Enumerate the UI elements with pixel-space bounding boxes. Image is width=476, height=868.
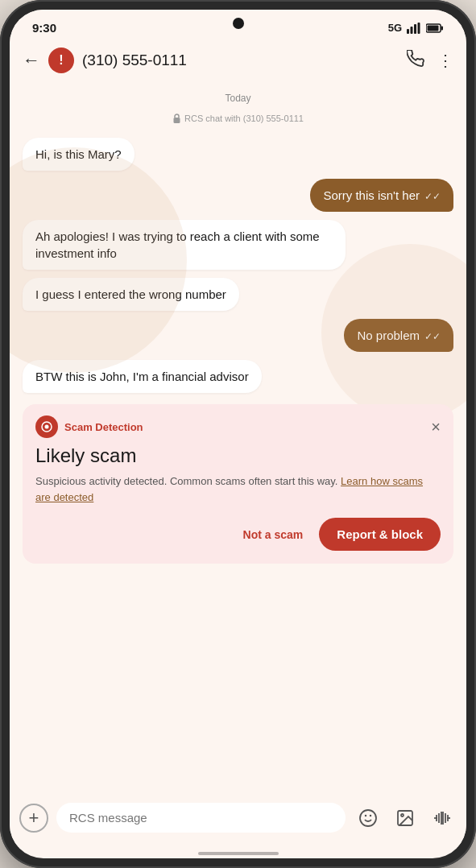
- svg-rect-7: [174, 118, 180, 123]
- emoji-button[interactable]: [354, 804, 383, 833]
- call-button[interactable]: [407, 50, 424, 72]
- home-indicator: [198, 852, 279, 855]
- svg-rect-1: [411, 27, 413, 34]
- scam-close-button[interactable]: ×: [431, 419, 441, 435]
- scam-icon: [35, 415, 58, 438]
- battery-icon: [426, 23, 444, 33]
- header-actions: ⋮: [407, 50, 453, 72]
- message-row: Ah apologies! I was trying to reach a cl…: [23, 220, 453, 270]
- bubble-right: Sorry this isn't her ✓✓: [310, 179, 453, 212]
- status-icons: 5G: [388, 22, 444, 34]
- read-receipt: ✓✓: [424, 190, 441, 204]
- chat-area: Today RCS chat with (310) 555-0111 Hi, i…: [10, 83, 466, 795]
- scam-title-row: Scam Detection: [35, 415, 143, 438]
- phone-frame: 9:30 5G ← ! (31: [0, 0, 476, 868]
- read-receipt: ✓✓: [424, 330, 441, 344]
- bubble-left: BTW this is John, I'm a financial adviso…: [23, 360, 262, 393]
- more-button[interactable]: ⋮: [437, 51, 453, 70]
- bubble-left: Hi, is this Mary?: [23, 138, 135, 171]
- svg-rect-0: [407, 29, 409, 34]
- scam-heading: Likely scam: [35, 444, 441, 467]
- svg-rect-3: [418, 23, 420, 34]
- svg-point-10: [360, 810, 376, 826]
- image-button[interactable]: [391, 804, 420, 833]
- input-bar: +: [10, 795, 466, 847]
- input-action-icons: [354, 804, 457, 833]
- lock-icon: [172, 114, 181, 123]
- status-bar: 9:30 5G: [10, 10, 466, 41]
- app-header: ← ! (310) 555-0111 ⋮: [10, 41, 466, 83]
- scam-description: Suspicious activity detected. Common sca…: [35, 473, 441, 505]
- message-row: I guess I entered the wrong number: [23, 278, 453, 311]
- message-row: No problem ✓✓: [23, 319, 453, 352]
- message-row: Sorry this isn't her ✓✓: [23, 179, 453, 212]
- message-row: Hi, is this Mary?: [23, 138, 453, 171]
- status-time: 9:30: [32, 21, 56, 35]
- warning-badge: !: [48, 48, 74, 73]
- contact-phone[interactable]: (310) 555-0111: [82, 52, 399, 69]
- scam-detection-label: Scam Detection: [64, 421, 143, 433]
- scam-detection-card: Scam Detection × Likely scam Suspicious …: [23, 404, 453, 564]
- svg-point-9: [45, 425, 49, 429]
- rcs-label: RCS chat with (310) 555-0111: [23, 114, 453, 123]
- message-input[interactable]: [56, 803, 346, 833]
- bubble-right: No problem ✓✓: [344, 319, 453, 352]
- scam-actions: Not a scam Report & block: [35, 518, 441, 551]
- report-block-button[interactable]: Report & block: [319, 518, 441, 551]
- add-attachment-button[interactable]: +: [19, 804, 48, 833]
- mic-button[interactable]: [428, 804, 457, 833]
- message-row: BTW this is John, I'm a financial adviso…: [23, 360, 453, 393]
- svg-rect-5: [428, 25, 439, 31]
- signal-icon: [407, 23, 421, 34]
- bubble-left: Ah apologies! I was trying to reach a cl…: [23, 220, 346, 270]
- not-scam-button[interactable]: Not a scam: [240, 522, 307, 548]
- svg-point-14: [401, 814, 404, 816]
- svg-rect-2: [414, 24, 416, 34]
- back-button[interactable]: ←: [23, 50, 40, 71]
- camera-notch: [233, 18, 244, 29]
- bubble-left: I guess I entered the wrong number: [23, 278, 239, 311]
- scam-card-header: Scam Detection ×: [35, 415, 441, 438]
- phone-screen: 9:30 5G ← ! (31: [10, 10, 466, 858]
- svg-rect-6: [441, 26, 444, 30]
- network-label: 5G: [388, 22, 402, 34]
- date-label: Today: [23, 93, 453, 104]
- warning-icon: !: [59, 53, 63, 68]
